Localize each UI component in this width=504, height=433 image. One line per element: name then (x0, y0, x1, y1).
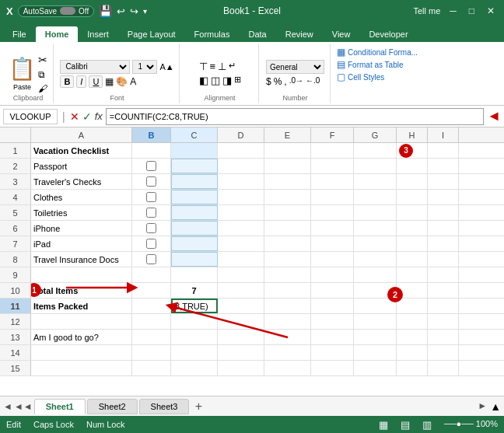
cell-a1[interactable]: Vacation Checklist (31, 143, 132, 158)
cell-g10[interactable] (354, 283, 397, 298)
row-15-num[interactable]: 15 (0, 361, 31, 375)
cell-i5[interactable] (428, 205, 459, 220)
cell-g5[interactable] (354, 205, 397, 220)
cell-b5[interactable] (132, 205, 171, 220)
cell-a10[interactable]: Total Items 1 (31, 283, 132, 298)
cell-d13[interactable] (218, 330, 264, 344)
cell-a2[interactable]: Passport (31, 159, 132, 173)
autosave-toggle[interactable] (60, 7, 75, 15)
cell-e14[interactable] (264, 345, 311, 360)
tab-data[interactable]: Data (239, 26, 275, 42)
cell-c5[interactable] (171, 205, 218, 220)
row-10-num[interactable]: 10 (0, 283, 31, 298)
cell-d12[interactable] (218, 314, 264, 329)
cell-f4[interactable] (311, 190, 354, 204)
zoom-slider[interactable]: ──●── 100% (444, 419, 498, 431)
cell-b8[interactable] (132, 252, 171, 267)
autosave-badge[interactable]: AutoSave Off (18, 5, 95, 17)
cell-e1[interactable] (264, 143, 311, 158)
align-top-icon[interactable]: ⊤ (199, 61, 208, 72)
cell-d15[interactable] (218, 361, 264, 375)
cell-i2[interactable] (428, 159, 459, 173)
sheet-tab-sheet3[interactable]: Sheet3 (139, 399, 190, 414)
cell-a13[interactable]: Am I good to go? (31, 330, 132, 344)
cell-c6[interactable] (171, 221, 218, 236)
cell-e10[interactable] (264, 283, 311, 298)
cell-b3[interactable] (132, 174, 171, 189)
cell-g3[interactable] (354, 174, 397, 189)
cell-g6[interactable] (354, 221, 397, 236)
font-name-select[interactable]: Calibri (60, 60, 130, 74)
cell-h15[interactable] (397, 361, 428, 375)
cell-f9[interactable] (311, 267, 354, 282)
cell-g15[interactable] (354, 361, 397, 375)
quick-access-more[interactable]: ▾ (143, 7, 147, 16)
row-6-num[interactable]: 6 (0, 221, 31, 236)
align-left-icon[interactable]: ◧ (199, 75, 208, 86)
cell-i6[interactable] (428, 221, 459, 236)
row-11-num[interactable]: 11 (0, 299, 31, 313)
row-7-num[interactable]: 7 (0, 236, 31, 251)
row-3-num[interactable]: 3 (0, 174, 31, 189)
cell-c4[interactable] (171, 190, 218, 204)
cell-e9[interactable] (264, 267, 311, 282)
cell-f10[interactable] (311, 283, 354, 298)
wrap-text-icon[interactable]: ↵ (229, 61, 236, 72)
tab-home[interactable]: Home (36, 26, 79, 42)
number-format-select[interactable]: General (266, 60, 324, 74)
cell-d9[interactable] (218, 267, 264, 282)
undo-icon[interactable]: ↩ (117, 5, 125, 17)
cell-a5[interactable]: Toiletries (31, 205, 132, 220)
align-bottom-icon[interactable]: ⊥ (218, 61, 226, 72)
row-12-num[interactable]: 12 (0, 314, 31, 329)
cell-f12[interactable] (311, 314, 354, 329)
cell-g11[interactable] (354, 299, 397, 313)
cell-e4[interactable] (264, 190, 311, 204)
col-header-e[interactable]: E (264, 127, 311, 142)
redo-icon[interactable]: ↪ (130, 5, 138, 17)
cell-g7[interactable] (354, 236, 397, 251)
increase-decimal-icon[interactable]: .0→ (289, 76, 303, 87)
row-4-num[interactable]: 4 (0, 190, 31, 204)
cell-d11[interactable] (218, 299, 264, 313)
cell-b9[interactable] (132, 267, 171, 282)
cell-c12[interactable] (171, 314, 218, 329)
view-page-layout-icon[interactable]: ▤ (401, 419, 410, 431)
cell-a12[interactable] (31, 314, 132, 329)
sheet-tab-sheet1[interactable]: Sheet1 (34, 399, 86, 414)
cell-g12[interactable] (354, 314, 397, 329)
cell-f8[interactable] (311, 252, 354, 267)
cell-h5[interactable] (397, 205, 428, 220)
tab-file[interactable]: File (3, 26, 36, 42)
tab-insert[interactable]: Insert (78, 26, 118, 42)
italic-button[interactable]: I (76, 75, 86, 88)
cell-h6[interactable] (397, 221, 428, 236)
maximize-btn[interactable]: □ (466, 5, 478, 16)
cell-g2[interactable] (354, 159, 397, 173)
cell-a14[interactable] (31, 345, 132, 360)
sheet-tab-sheet2[interactable]: Sheet2 (87, 399, 138, 414)
sheet-nav-left[interactable]: ◄ (3, 401, 12, 412)
vertical-scrollbar[interactable]: ▲ (490, 400, 501, 413)
cell-g13[interactable] (354, 330, 397, 344)
confirm-formula-icon[interactable]: ✓ (82, 110, 92, 123)
merge-cells-icon[interactable]: ⊞ (234, 75, 241, 86)
cell-c7[interactable] (171, 236, 218, 251)
cell-i13[interactable] (428, 330, 459, 344)
cell-b12[interactable] (132, 314, 171, 329)
cell-c9[interactable] (171, 267, 218, 282)
cell-a8[interactable]: Travel Insurance Docs (31, 252, 132, 267)
view-normal-icon[interactable]: ▦ (379, 419, 388, 431)
cell-i15[interactable] (428, 361, 459, 375)
tab-page-layout[interactable]: Page Layout (118, 26, 185, 42)
checkbox-b4[interactable] (146, 192, 156, 202)
cell-h9[interactable] (397, 267, 428, 282)
cell-f1[interactable] (311, 143, 354, 158)
cell-e3[interactable] (264, 174, 311, 189)
cell-b4[interactable] (132, 190, 171, 204)
cell-h4[interactable] (397, 190, 428, 204)
border-icon[interactable]: ▦ (105, 76, 114, 87)
row-1-num[interactable]: 1 (0, 143, 31, 158)
cell-i1[interactable] (428, 143, 459, 158)
align-center-icon[interactable]: ◫ (211, 75, 220, 86)
